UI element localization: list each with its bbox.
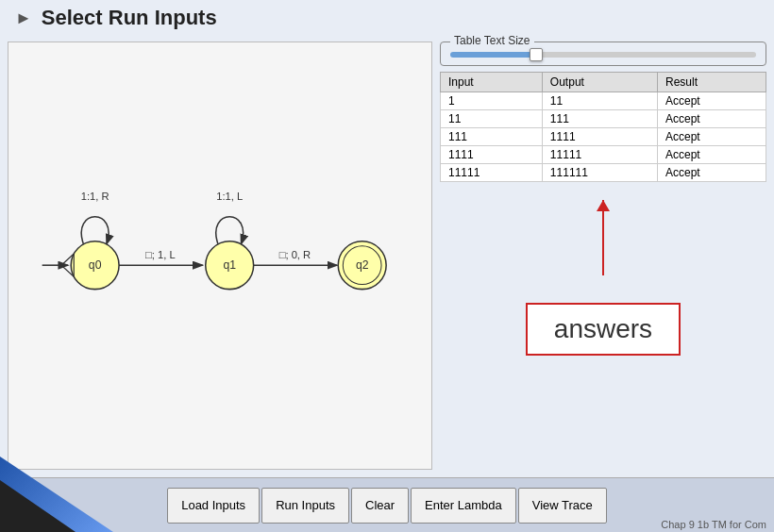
results-table: Input Output Result 111Accept11111Accept… [440,72,766,182]
clear-button[interactable]: Clear [351,488,409,524]
svg-text:q1: q1 [223,258,236,272]
svg-text:□; 1, L: □; 1, L [145,249,176,260]
bottom-toolbar: Load Inputs Run Inputs Clear Enter Lambd… [0,477,774,532]
cell-output: 11 [542,92,657,110]
col-input: Input [441,73,543,92]
svg-text:q2: q2 [356,258,369,272]
annotation-area: answers [440,188,766,470]
run-inputs-button[interactable]: Run Inputs [261,488,349,524]
answers-label: answers [554,314,652,343]
cell-input: 11 [441,110,543,128]
col-output: Output [542,73,657,92]
table-text-size-label: Table Text Size [450,34,534,47]
cell-result: Accept [658,92,766,110]
svg-text:q0: q0 [89,258,102,272]
main-content: 1:1, R q0 □; 1, L 1:1, L q1 □; 0, R q2 [0,34,774,477]
turing-machine-diagram: 1:1, R q0 □; 1, L 1:1, L q1 □; 0, R q2 [8,42,431,469]
table-row: 111Accept [441,92,766,110]
cell-result: Accept [658,164,766,182]
cell-input: 11111 [441,164,543,182]
table-row: 111111111Accept [441,146,766,164]
cell-input: 1111 [441,146,543,164]
view-trace-button[interactable]: View Trace [518,488,607,524]
cell-output: 11111 [542,146,657,164]
svg-text:1:1, R: 1:1, R [81,191,109,202]
table-text-size-group: Table Text Size [440,42,766,66]
enter-lambda-button[interactable]: Enter Lambda [411,488,516,524]
cell-result: Accept [658,110,766,128]
table-row: 1111111Accept [441,128,766,146]
load-inputs-button[interactable]: Load Inputs [167,488,260,524]
text-size-slider-thumb[interactable] [530,48,543,61]
answers-box: answers [526,303,681,356]
page-title: Select Run Inputs [42,6,217,30]
cell-result: Accept [658,128,766,146]
col-result: Result [658,73,766,92]
cell-input: 111 [441,128,543,146]
cell-result: Accept [658,146,766,164]
diagram-panel: 1:1, R q0 □; 1, L 1:1, L q1 □; 0, R q2 [8,42,432,470]
footer-text: Chap 9 1b TM for Com [661,519,766,530]
svg-text:1:1, L: 1:1, L [216,191,243,202]
page-header: ► Select Run Inputs [0,0,774,34]
right-panel: Table Text Size Input Output Result 111A… [432,34,774,477]
cell-output: 1111 [542,128,657,146]
svg-text:□; 0, R: □; 0, R [279,249,311,260]
cell-output: 111 [542,110,657,128]
table-row: 11111Accept [441,110,766,128]
cell-input: 1 [441,92,543,110]
table-row: 11111111111Accept [441,164,766,182]
text-size-slider-track[interactable] [450,52,756,58]
header-arrow: ► [15,8,32,28]
cell-output: 111111 [542,164,657,182]
